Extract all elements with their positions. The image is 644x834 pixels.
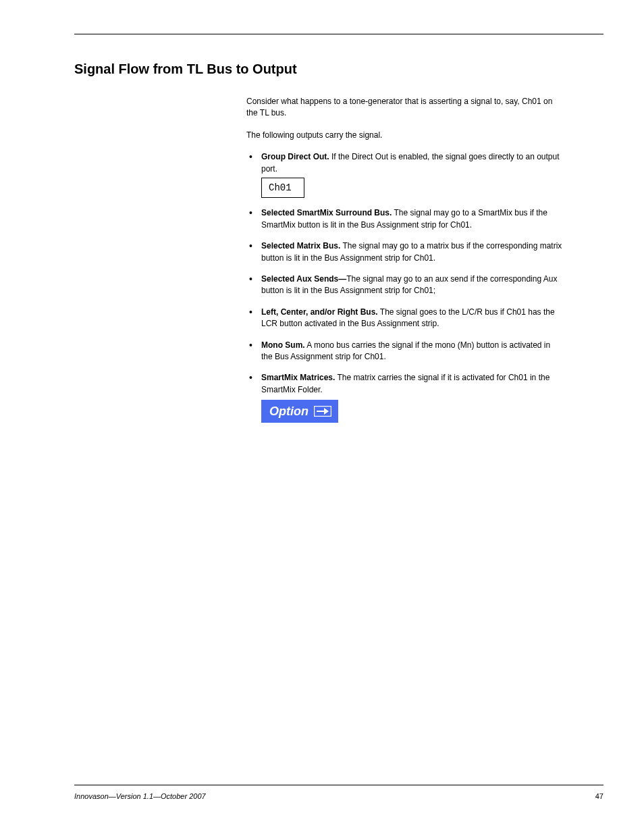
item-text: Selected Matrix Bus. The signal may go t… (261, 241, 562, 262)
list-item: SmartMix Matrices. The matrix carries th… (246, 372, 563, 423)
footer-page-number: 47 (595, 792, 603, 800)
intro-line-2: The following outputs carry the signal. (246, 130, 563, 141)
item-text: Selected Aux Sends—The signal may go to … (261, 274, 557, 295)
option-badge: Option (261, 400, 338, 423)
bottom-rule (74, 785, 603, 785)
list-item: Selected SmartMix Surround Bus. The sign… (246, 207, 563, 231)
arrow-right-icon (314, 406, 331, 417)
item-text: Selected SmartMix Surround Bus. The sign… (261, 208, 547, 229)
list-item: Group Direct Out. If the Direct Out is e… (246, 151, 563, 198)
intro-line-1: Consider what happens to a tone-generato… (246, 96, 563, 119)
list-item: Selected Matrix Bus. The signal may go t… (246, 240, 563, 264)
item-text: Mono Sum. A mono bus carries the signal … (261, 340, 550, 361)
lcd-channel-box: Ch01 (261, 178, 304, 198)
option-label: Option (269, 402, 308, 420)
section-title: Signal Flow from TL Bus to Output (74, 61, 603, 77)
footer-left: Innovason—Version 1.1—October 2007 (74, 792, 206, 800)
item-text: Group Direct Out. If the Direct Out is e… (261, 152, 560, 173)
item-text: Left, Center, and/or Right Bus. The sign… (261, 307, 555, 328)
item-text: SmartMix Matrices. The matrix carries th… (261, 373, 549, 394)
top-rule (74, 34, 603, 34)
list-item: Selected Aux Sends—The signal may go to … (246, 273, 563, 297)
list-item: Left, Center, and/or Right Bus. The sign… (246, 307, 563, 330)
svg-marker-2 (324, 408, 329, 415)
list-item: Mono Sum. A mono bus carries the signal … (246, 340, 563, 363)
